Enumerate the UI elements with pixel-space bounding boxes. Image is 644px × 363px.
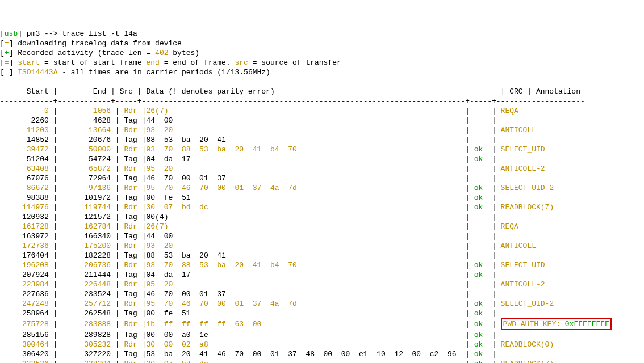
- crc-ok: ok: [474, 155, 487, 163]
- status-equals: =: [5, 58, 9, 67]
- col-data: |44 00: [142, 116, 466, 125]
- col-end: 226448: [62, 280, 111, 289]
- col-data: |88 53 ba 20 41: [142, 251, 466, 260]
- col-start: 196208: [0, 261, 49, 269]
- kw-end: end: [146, 58, 159, 67]
- annotation: READBLOCK(0): [501, 340, 554, 349]
- col-start: 306420: [0, 350, 49, 358]
- col-start: 333536: [0, 360, 49, 363]
- col-src: Rdr: [124, 320, 137, 328]
- col-end: 20676: [62, 136, 111, 144]
- status-plus: +: [5, 49, 9, 57]
- annotation: ANTICOLL-2: [501, 164, 545, 173]
- annotation: SELECT_UID-2: [501, 184, 554, 192]
- col-start: 114976: [0, 203, 49, 212]
- col-end: 289828: [62, 331, 111, 339]
- col-start: 163972: [0, 232, 49, 240]
- col-data: |1b ff ff ff ff 63 00: [142, 320, 466, 328]
- col-end: 65872: [62, 164, 111, 173]
- col-src: Rdr: [124, 261, 137, 269]
- col-src: Tag: [124, 331, 137, 339]
- col-src: Rdr: [124, 360, 137, 363]
- col-end: 283888: [62, 320, 111, 328]
- col-src: Rdr: [124, 184, 137, 192]
- annotation: SELECT_UID: [501, 261, 545, 269]
- col-data: |95 70 46 70 00 01 37 4a 7d: [142, 299, 466, 308]
- col-src: Tag: [124, 174, 137, 183]
- status-equals: =: [5, 39, 9, 48]
- col-end: 4628: [62, 116, 111, 125]
- status-equals: =: [5, 68, 9, 77]
- col-start: 86672: [0, 184, 49, 192]
- col-end: 233524: [62, 290, 111, 298]
- col-end: 327220: [62, 350, 111, 358]
- prompt-sep: pm3 -->: [22, 29, 62, 38]
- crc-ok: ok: [474, 261, 487, 269]
- col-start: 14852: [0, 136, 49, 144]
- col-data: |88 53 ba 20 41: [142, 136, 466, 144]
- col-end: 97136: [62, 184, 111, 192]
- col-src: Tag: [124, 350, 137, 358]
- col-start: 11200: [0, 126, 49, 134]
- col-data: |30 00 02 a8: [142, 340, 466, 349]
- col-start: 98388: [0, 193, 49, 202]
- col-end: 1056: [62, 107, 111, 115]
- crc-ok: ok: [474, 360, 487, 363]
- col-data: |26(7): [142, 222, 466, 231]
- col-data: |26(7): [142, 107, 466, 115]
- crc-ok: ok: [474, 203, 487, 212]
- annotation-key: 0xFFFFFFFF: [565, 320, 609, 328]
- annotation: SELECT_UID: [501, 145, 545, 154]
- col-end: 166340: [62, 232, 111, 240]
- status-line: downloading tracelog data from device: [13, 39, 181, 48]
- col-start: 39472: [0, 145, 49, 154]
- col-end: 119744: [62, 203, 111, 212]
- annotation: SELECT_UID-2: [501, 299, 554, 308]
- col-src: Rdr: [124, 126, 137, 134]
- col-data: |30 07 bd dc: [142, 203, 466, 212]
- col-src: Tag: [124, 290, 137, 298]
- col-end: 305232: [62, 340, 111, 349]
- col-src: Tag: [124, 116, 137, 125]
- col-data: |04 da 17: [142, 271, 466, 279]
- col-start: 275728: [0, 320, 49, 328]
- col-data: |00 fe 51: [142, 309, 466, 318]
- col-end: 101972: [62, 193, 111, 202]
- table-separator: ------------+------------+-----+--------…: [0, 97, 585, 105]
- col-end: 206736: [62, 261, 111, 269]
- col-src: Tag: [124, 232, 137, 240]
- col-end: 72964: [62, 174, 111, 183]
- kw-src: src: [235, 58, 248, 67]
- col-start: 51204: [0, 155, 49, 163]
- col-src: Tag: [124, 309, 137, 318]
- col-end: 211444: [62, 271, 111, 279]
- col-data: |46 70 00 01 37: [142, 290, 466, 298]
- crc-ok: ok: [474, 340, 487, 349]
- col-end: 257712: [62, 299, 111, 308]
- col-src: Rdr: [124, 203, 137, 212]
- col-start: 63408: [0, 164, 49, 173]
- col-data: |46 70 00 01 37: [142, 174, 466, 183]
- col-start: 0: [0, 107, 49, 115]
- col-data: |00 fe 51: [142, 193, 466, 202]
- crc-ok: ok: [474, 193, 487, 202]
- col-start: 285156: [0, 331, 49, 339]
- col-src: Rdr: [124, 242, 137, 250]
- col-start: 67076: [0, 174, 49, 183]
- col-data: |44 00: [142, 232, 466, 240]
- col-end: 50000: [62, 145, 111, 154]
- col-src: Tag: [124, 271, 137, 279]
- col-data: |95 20: [142, 164, 466, 173]
- col-data: |93 70 88 53 ba 20 41 b4 70: [142, 261, 466, 269]
- table-header: Start | End | Src | Data (! denotes pari…: [0, 87, 580, 96]
- col-end: 262548: [62, 309, 111, 318]
- col-data: |93 70 88 53 ba 20 41 b4 70: [142, 145, 466, 154]
- crc-ok: ok: [474, 309, 487, 318]
- usb-tag: usb: [5, 29, 18, 38]
- col-src: Rdr: [124, 164, 137, 173]
- col-end: 338304: [62, 360, 111, 363]
- col-start: 247248: [0, 299, 49, 308]
- crc-ok: ok: [474, 271, 487, 279]
- crc-ok: ok: [474, 184, 487, 192]
- col-data: |04 da 17: [142, 155, 466, 163]
